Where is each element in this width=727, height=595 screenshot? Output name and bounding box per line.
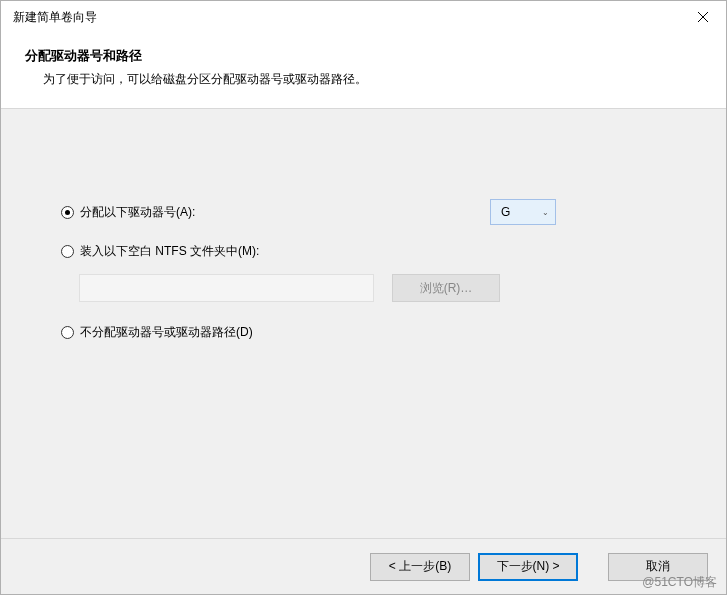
page-subtitle: 为了便于访问，可以给磁盘分区分配驱动器号或驱动器路径。 bbox=[25, 71, 702, 88]
radio-icon bbox=[61, 245, 74, 258]
back-button[interactable]: < 上一步(B) bbox=[370, 553, 470, 581]
assign-letter-label: 分配以下驱动器号(A): bbox=[80, 204, 195, 221]
chevron-down-icon: ⌄ bbox=[542, 208, 549, 217]
radio-assign-letter[interactable]: 分配以下驱动器号(A): bbox=[61, 204, 195, 221]
option-assign-letter: 分配以下驱动器号(A): G ⌄ bbox=[61, 199, 666, 225]
browse-button: 浏览(R)… bbox=[392, 274, 500, 302]
content-area: 分配以下驱动器号(A): G ⌄ 装入以下空白 NTFS 文件夹中(M): 浏览… bbox=[1, 109, 726, 538]
radio-mount-folder[interactable]: 装入以下空白 NTFS 文件夹中(M): bbox=[61, 243, 259, 260]
mount-path-input bbox=[79, 274, 374, 302]
close-icon bbox=[698, 12, 708, 22]
close-button[interactable] bbox=[680, 1, 726, 33]
radio-no-assign[interactable]: 不分配驱动器号或驱动器路径(D) bbox=[61, 324, 253, 341]
page-title: 分配驱动器号和路径 bbox=[25, 47, 702, 65]
window-title: 新建简单卷向导 bbox=[13, 9, 97, 26]
titlebar: 新建简单卷向导 bbox=[1, 1, 726, 33]
drive-letter-value: G bbox=[501, 205, 510, 219]
option-mount-folder: 装入以下空白 NTFS 文件夹中(M): bbox=[61, 243, 666, 260]
wizard-header: 分配驱动器号和路径 为了便于访问，可以给磁盘分区分配驱动器号或驱动器路径。 bbox=[1, 33, 726, 109]
mount-folder-label: 装入以下空白 NTFS 文件夹中(M): bbox=[80, 243, 259, 260]
cancel-button[interactable]: 取消 bbox=[608, 553, 708, 581]
radio-icon bbox=[61, 206, 74, 219]
radio-icon bbox=[61, 326, 74, 339]
option-no-assign: 不分配驱动器号或驱动器路径(D) bbox=[61, 324, 666, 341]
wizard-footer: < 上一步(B) 下一步(N) > 取消 bbox=[1, 538, 726, 594]
no-assign-label: 不分配驱动器号或驱动器路径(D) bbox=[80, 324, 253, 341]
wizard-window: 新建简单卷向导 分配驱动器号和路径 为了便于访问，可以给磁盘分区分配驱动器号或驱… bbox=[0, 0, 727, 595]
mount-path-row: 浏览(R)… bbox=[79, 274, 666, 302]
drive-letter-dropdown[interactable]: G ⌄ bbox=[490, 199, 556, 225]
next-button[interactable]: 下一步(N) > bbox=[478, 553, 578, 581]
